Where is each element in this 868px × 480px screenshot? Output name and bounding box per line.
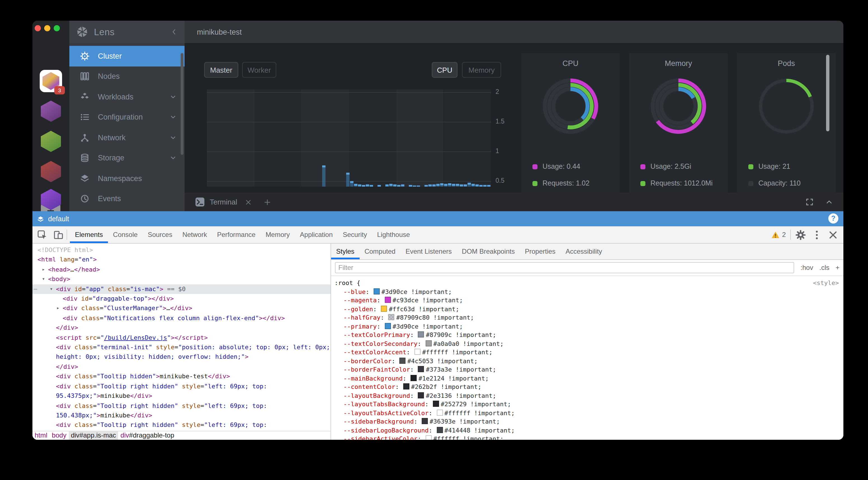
dom-tree-node[interactable]: ▾<body> <box>32 274 331 284</box>
color-swatch[interactable] <box>436 426 443 433</box>
node-tab-worker[interactable]: Worker <box>242 62 276 78</box>
devtools-settings-icon[interactable] <box>795 229 806 240</box>
css-property[interactable]: --mainBackground: #1e2124 !important; <box>335 374 839 383</box>
style-source[interactable]: <style> <box>813 279 839 287</box>
dom-tree-node[interactable]: </div> <box>32 323 331 333</box>
css-property[interactable]: --magenta: #c93dce !important; <box>335 296 839 305</box>
styles-tab-styles[interactable]: Styles <box>331 244 359 259</box>
expand-arrow-icon[interactable]: ▸ <box>42 265 45 275</box>
dom-tree-node[interactable]: <div class="Notifications flex column al… <box>32 313 331 323</box>
color-swatch[interactable] <box>385 297 391 303</box>
css-property[interactable]: --golden: #ffc63d !important; <box>335 305 839 313</box>
sidebar-item-storage[interactable]: Storage <box>69 148 185 168</box>
dom-tree-node[interactable]: <script src="/build/LensDev.js"></script… <box>32 333 331 343</box>
css-property[interactable]: --blue: #3d90ce !important; <box>335 287 839 296</box>
cluster-rail-item[interactable] <box>40 130 62 152</box>
terminal-close-icon[interactable] <box>244 198 252 206</box>
devtools-tab-application[interactable]: Application <box>295 226 338 243</box>
color-swatch[interactable] <box>433 401 439 407</box>
window-minimize-button[interactable] <box>44 25 50 31</box>
sidebar-item-nodes[interactable]: Nodes <box>69 66 185 87</box>
dom-tree-node[interactable]: ▸<div class="ClusterManager">…</div> <box>32 304 331 313</box>
styles-filter-input[interactable] <box>335 262 795 273</box>
dom-tree-node[interactable]: <div id="draggable-top"></div> <box>32 294 331 304</box>
terminal-add-icon[interactable] <box>264 198 271 206</box>
sidebar-scrollbar[interactable] <box>181 53 183 155</box>
color-swatch[interactable] <box>418 392 424 398</box>
devtools-tab-lighthouse[interactable]: Lighthouse <box>372 226 415 243</box>
sidebar-item-namespaces[interactable]: Namespaces <box>69 168 185 188</box>
expand-arrow-icon[interactable]: ▾ <box>42 274 45 284</box>
dom-tree-node[interactable]: ⋯▾<div id="app" class="is-mac"> == $0 <box>32 284 331 294</box>
sidebar-item-configuration[interactable]: Configuration <box>69 107 185 127</box>
dom-tree-node[interactable]: <!DOCTYPE html> <box>32 245 331 255</box>
terminal-tab[interactable]: Terminal <box>210 198 237 206</box>
css-property[interactable]: --primary: #3d90ce !important; <box>335 322 839 331</box>
css-property[interactable]: --sidebarBackground: #36393e !important; <box>335 417 839 426</box>
window-zoom-button[interactable] <box>54 25 60 31</box>
sidebar-item-events[interactable]: Events <box>69 188 185 209</box>
color-swatch[interactable] <box>422 418 428 424</box>
metric-tab-memory[interactable]: Memory <box>462 62 501 78</box>
css-property[interactable]: --layoutTabsBackground: #252729 !importa… <box>335 400 839 409</box>
styles-tab-dom-breakpoints[interactable]: DOM Breakpoints <box>457 244 520 259</box>
color-swatch[interactable] <box>381 305 387 311</box>
console-warnings[interactable]: 2 <box>772 231 786 239</box>
dom-tree-node[interactable]: <div class="Tooltip right hidden" style=… <box>32 381 331 401</box>
breadcrumb-item[interactable]: div#draggable-top <box>118 432 177 440</box>
expand-arrow-icon[interactable]: ▾ <box>50 284 53 294</box>
css-property[interactable]: --textColorSecondary: #a0a0a0 !important… <box>335 339 839 348</box>
styles-toggle-cls[interactable]: .cls <box>819 264 829 272</box>
dom-tree-node[interactable]: ▸<head>…</head> <box>32 265 331 275</box>
css-property[interactable]: --textColorPrimary: #87909c !important; <box>335 331 839 339</box>
css-property[interactable]: --halfGray: #87909c80 !important; <box>335 313 839 322</box>
color-swatch[interactable] <box>425 340 432 346</box>
namespace-label[interactable]: default <box>48 215 69 223</box>
sidebar-collapse-icon[interactable] <box>170 28 178 36</box>
styles-toggle-[interactable]: + <box>836 264 839 272</box>
devtools-tab-memory[interactable]: Memory <box>260 226 295 243</box>
sidebar-item-network[interactable]: Network <box>69 127 185 148</box>
dom-tree-node[interactable]: <div class="terminal-init" style="positi… <box>32 343 331 362</box>
device-toolbar-icon[interactable] <box>53 229 64 240</box>
content-scrollbar[interactable] <box>826 55 829 131</box>
styles-tab-properties[interactable]: Properties <box>520 244 560 259</box>
styles-toggle-hov[interactable]: :hov <box>801 264 813 272</box>
metric-tab-cpu[interactable]: CPU <box>432 62 458 78</box>
inspect-element-icon[interactable] <box>37 229 48 240</box>
devtools-close-icon[interactable] <box>828 229 838 240</box>
css-property[interactable]: --layoutTabsActiveColor: #ffffff !import… <box>335 409 839 417</box>
expand-arrow-icon[interactable]: ▸ <box>57 304 60 313</box>
color-swatch[interactable] <box>385 323 391 329</box>
css-property[interactable]: --layoutBackground: #2e3136 !important; <box>335 391 839 400</box>
devtools-tab-console[interactable]: Console <box>108 226 143 243</box>
color-swatch[interactable] <box>418 366 424 372</box>
cluster-rail-item[interactable] <box>40 188 62 211</box>
css-property[interactable]: --contentColor: #262b2f !important; <box>335 383 839 391</box>
cluster-rail-item[interactable] <box>40 160 62 183</box>
color-swatch[interactable] <box>389 314 395 320</box>
color-swatch[interactable] <box>400 357 406 364</box>
dom-tree-node[interactable]: <html lang="en"> <box>32 255 331 265</box>
devtools-tab-sources[interactable]: Sources <box>143 226 177 243</box>
breadcrumb-item[interactable]: div#app.is-mac <box>68 432 118 440</box>
css-property[interactable]: --sidebarLogoBackground: #414448 !import… <box>335 426 839 435</box>
css-property[interactable]: --borderColor: #4c5053 !important; <box>335 357 839 366</box>
dom-tree-node[interactable]: <div class="Tooltip right hidden" style=… <box>32 420 331 431</box>
dom-tree-node[interactable]: </div> <box>32 362 331 372</box>
color-swatch[interactable] <box>403 383 409 389</box>
styles-tab-accessibility[interactable]: Accessibility <box>560 244 607 259</box>
terminal-collapse-icon[interactable] <box>825 198 833 206</box>
css-property[interactable]: --sidebarActiveColor: #ffffff !important… <box>335 435 839 440</box>
styles-tab-event-listeners[interactable]: Event Listeners <box>400 244 457 259</box>
help-button[interactable]: ? <box>828 213 838 224</box>
devtools-tab-network[interactable]: Network <box>177 226 212 243</box>
devtools-tab-performance[interactable]: Performance <box>212 226 260 243</box>
rule-selector[interactable]: :root { <box>335 279 361 287</box>
color-swatch[interactable] <box>436 409 443 415</box>
sidebar-item-cluster[interactable]: Cluster <box>69 46 185 66</box>
breadcrumb-item[interactable]: body <box>50 432 68 440</box>
color-swatch[interactable] <box>425 435 432 440</box>
devtools-tab-security[interactable]: Security <box>338 226 372 243</box>
node-tab-master[interactable]: Master <box>204 62 238 78</box>
